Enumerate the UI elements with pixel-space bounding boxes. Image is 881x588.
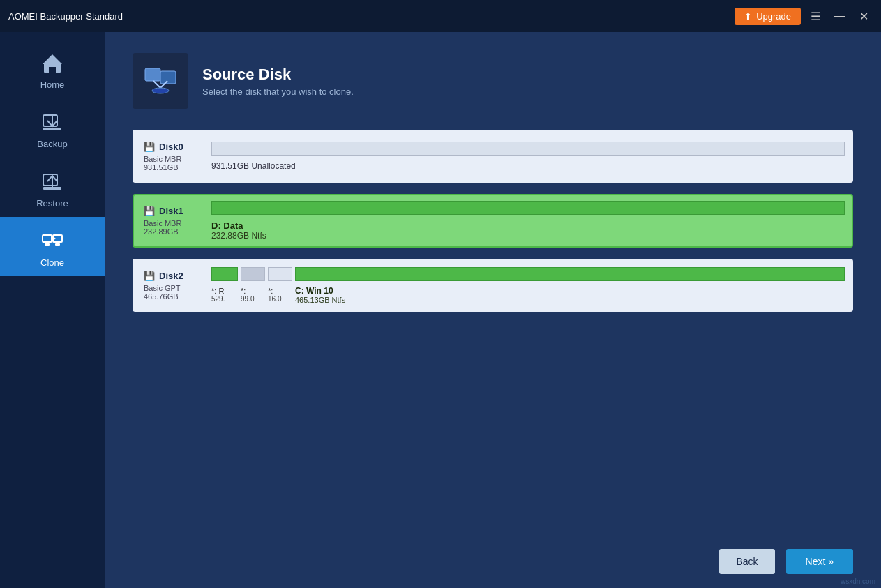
sidebar-item-restore[interactable]: Restore <box>0 158 105 217</box>
clone-icon <box>40 228 65 253</box>
svg-rect-16 <box>160 71 176 84</box>
disk1-info: 💾 Disk1 Basic MBR 232.89GB <box>134 195 204 246</box>
svg-rect-14 <box>55 243 60 246</box>
titlebar: AOMEI Backupper Standard ⬆ Upgrade ☰ — ✕ <box>0 0 881 32</box>
svg-rect-8 <box>43 187 61 190</box>
watermark: wsxdn.com <box>841 578 875 585</box>
titlebar-controls: ⬆ Upgrade ☰ — ✕ <box>735 7 873 26</box>
disk1-bar-row <box>211 201 845 215</box>
sidebar-item-clone[interactable]: Clone <box>0 217 105 276</box>
disk2-seg1-label: *: 99.0 <box>241 287 265 303</box>
minimize-button[interactable]: — <box>830 7 850 25</box>
close-button[interactable]: ✕ <box>855 7 873 26</box>
page-header: Source Disk Select the disk that you wis… <box>133 53 853 109</box>
upgrade-icon: ⬆ <box>744 11 752 22</box>
page-header-text: Source Disk Select the disk that you wis… <box>202 66 354 97</box>
svg-marker-1 <box>43 54 62 64</box>
home-icon <box>40 50 65 75</box>
page-subtitle: Select the disk that you wish to clone. <box>202 86 354 97</box>
sidebar-item-backup-label: Backup <box>37 139 67 149</box>
footer: Back Next » <box>133 535 853 574</box>
disk2-seg2-bar <box>268 267 292 281</box>
back-button[interactable]: Back <box>719 549 774 574</box>
disk2-labels: *: R 529. *: 99.0 *: 16.0 C: Win 10 <box>211 286 845 304</box>
disk2-seg0-bar <box>211 267 238 281</box>
content-area: Source Disk Select the disk that you wis… <box>105 32 881 588</box>
disk0-icon: 💾 <box>144 142 155 152</box>
svg-rect-9 <box>43 235 52 242</box>
menu-button[interactable]: ☰ <box>806 7 824 26</box>
disk1-icon: 💾 <box>144 206 155 216</box>
disk1-bar <box>211 201 845 215</box>
backup-icon <box>40 110 65 135</box>
disk2-partitions: *: R 529. *: 99.0 *: 16.0 C: Win 10 <box>204 260 852 310</box>
sidebar-item-backup[interactable]: Backup <box>0 98 105 158</box>
page-title: Source Disk <box>202 66 354 84</box>
page-icon <box>133 53 188 109</box>
disk2-seg3-bar <box>295 267 845 281</box>
disk0-bar-row <box>211 142 845 156</box>
disk2-seg1-bar <box>241 267 265 281</box>
app-title: AOMEI Backupper Standard <box>8 11 735 22</box>
disk0-info: 💾 Disk0 Basic MBR 931.51GB <box>134 131 204 181</box>
sidebar-item-clone-label: Clone <box>40 257 64 268</box>
disk2-size: 465.76GB <box>144 292 194 301</box>
disk0-size: 931.51GB <box>144 163 194 172</box>
disk-list: 💾 Disk0 Basic MBR 931.51GB 931.51GB Unal… <box>133 130 853 535</box>
sidebar-item-home-label: Home <box>40 80 65 90</box>
svg-marker-12 <box>53 236 56 241</box>
sidebar-item-restore-label: Restore <box>36 198 68 209</box>
svg-rect-15 <box>145 68 160 81</box>
svg-rect-13 <box>45 243 50 246</box>
disk-item-disk1[interactable]: 💾 Disk1 Basic MBR 232.89GB D: Data 232.8… <box>133 194 853 248</box>
disk0-bar <box>211 142 845 156</box>
disk1-partitions: D: Data 232.88GB Ntfs <box>204 195 852 246</box>
disk2-bar-row <box>211 267 845 281</box>
disk0-label: 931.51GB Unallocated <box>211 161 845 171</box>
svg-rect-5 <box>43 128 61 130</box>
restore-icon <box>40 169 65 194</box>
sidebar: Home Backup Re <box>0 32 105 588</box>
disk2-icon: 💾 <box>144 271 155 281</box>
disk2-seg3-label: C: Win 10 465.13GB Ntfs <box>295 286 845 304</box>
disk-item-disk0[interactable]: 💾 Disk0 Basic MBR 931.51GB 931.51GB Unal… <box>133 130 853 183</box>
next-button[interactable]: Next » <box>786 549 853 574</box>
disk2-name: 💾 Disk2 <box>144 271 194 281</box>
upgrade-button[interactable]: ⬆ Upgrade <box>735 8 801 25</box>
disk1-type: Basic MBR <box>144 219 194 227</box>
disk2-seg0-label: *: R 529. <box>211 287 238 303</box>
disk0-partitions: 931.51GB Unallocated <box>204 131 852 181</box>
svg-rect-2 <box>49 67 56 73</box>
disk2-info: 💾 Disk2 Basic GPT 465.76GB <box>134 260 204 310</box>
disk2-type: Basic GPT <box>144 284 194 292</box>
disk1-labels: D: Data 232.88GB Ntfs <box>211 220 845 241</box>
svg-point-17 <box>152 88 169 93</box>
disk-item-disk2[interactable]: 💾 Disk2 Basic GPT 465.76GB <box>133 259 853 312</box>
disk2-seg2-label: *: 16.0 <box>268 287 292 303</box>
main-layout: Home Backup Re <box>0 32 881 588</box>
sidebar-item-home[interactable]: Home <box>0 39 105 98</box>
disk0-type: Basic MBR <box>144 155 194 163</box>
disk0-name: 💾 Disk0 <box>144 142 194 152</box>
disk1-size: 232.89GB <box>144 227 194 236</box>
disk1-name: 💾 Disk1 <box>144 206 194 216</box>
